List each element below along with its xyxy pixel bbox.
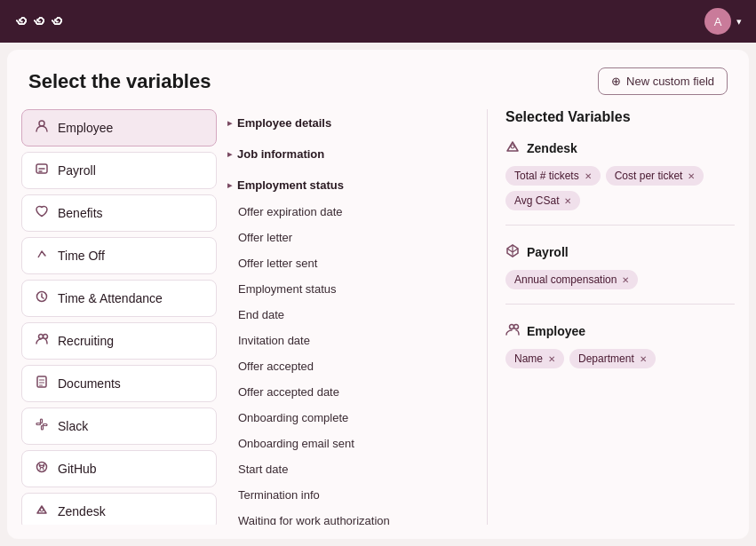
selected-variables-title: Selected Variables xyxy=(505,109,735,125)
middle-item[interactable]: Start date xyxy=(224,456,476,482)
svg-point-4 xyxy=(44,335,48,339)
sidebar-item-recruiting[interactable]: Recruiting xyxy=(21,322,217,360)
payroll-group-name: Payroll xyxy=(527,245,569,259)
svg-point-10 xyxy=(37,463,47,472)
sidebar-item-slack[interactable]: Slack xyxy=(21,408,217,445)
tag-label-avg-csat: Avg CSat xyxy=(514,194,559,207)
middle-item[interactable]: Employment status xyxy=(224,276,476,302)
sidebar-label-benefits: Benefits xyxy=(58,206,103,220)
remove-tag-department[interactable]: ✕ xyxy=(640,354,647,364)
bullet-icon: ▸ xyxy=(227,118,232,128)
zendesk-group-name: Zendesk xyxy=(527,141,577,155)
sidebar-item-documents[interactable]: Documents xyxy=(21,365,217,402)
middle-panel: ▸Employee details▸Job information▸Employ… xyxy=(224,109,488,525)
middle-item[interactable]: Offer letter xyxy=(224,225,476,250)
middle-item[interactable]: Offer letter sent xyxy=(224,250,476,276)
svg-rect-9 xyxy=(42,426,44,431)
svg-point-11 xyxy=(40,508,44,511)
topbar: ꩜꩜꩜ A ▾ xyxy=(0,0,756,43)
sidebar-item-time-attendance[interactable]: Time & Attendance xyxy=(21,280,217,317)
employee-group-icon xyxy=(505,322,520,340)
sidebar-label-payroll: Payroll xyxy=(58,163,96,178)
chevron-down-icon[interactable]: ▾ xyxy=(736,16,742,28)
sidebar-label-documents: Documents xyxy=(58,376,121,391)
sidebar-icon-zendesk xyxy=(35,502,49,520)
variable-tag-avg-csat: Avg CSat ✕ xyxy=(505,191,580,210)
middle-item[interactable]: Offer expiration date xyxy=(224,199,476,225)
sidebar-item-employee[interactable]: Employee xyxy=(21,109,217,146)
sidebar-item-time-off[interactable]: Time Off xyxy=(21,237,217,274)
tag-label-department: Department xyxy=(578,352,634,365)
sidebar-icon-recruiting xyxy=(35,332,49,350)
middle-item[interactable]: Termination info xyxy=(224,482,476,508)
bullet-icon: ▸ xyxy=(227,180,232,190)
variable-group-header-payroll: Payroll xyxy=(505,243,735,261)
zendesk-group-icon xyxy=(505,139,520,157)
main-area: Select the variables ⊕ New custom field … xyxy=(7,50,749,539)
variable-group-zendesk: Zendesk Total # tickets ✕ Cost per ticke… xyxy=(505,139,735,226)
section-label-job-information: Job information xyxy=(237,147,324,161)
middle-item[interactable]: Offer accepted xyxy=(224,353,476,379)
svg-point-0 xyxy=(39,121,44,126)
sidebar-icon-documents xyxy=(35,375,49,392)
sidebar-icon-payroll xyxy=(35,162,49,179)
variable-group-employee: Employee Name ✕ Department ✕ xyxy=(505,322,735,383)
middle-item[interactable]: End date xyxy=(224,302,476,328)
variable-tag-department: Department ✕ xyxy=(569,349,656,368)
middle-section-employment-status: ▸Employment statusOffer expiration dateO… xyxy=(224,171,476,525)
middle-section-header-employee-details[interactable]: ▸Employee details xyxy=(224,109,476,137)
middle-item[interactable]: Onboarding complete xyxy=(224,405,476,431)
sidebar-icon-benefits xyxy=(35,204,49,222)
section-label-employee-details: Employee details xyxy=(237,116,331,130)
topbar-right: A ▾ xyxy=(704,8,742,35)
middle-section-header-employment-status[interactable]: ▸Employment status xyxy=(224,171,476,199)
sidebar-label-employee: Employee xyxy=(58,121,113,135)
sidebar-label-github: GitHub xyxy=(58,462,97,476)
svg-rect-6 xyxy=(36,423,41,425)
variable-group-header-employee: Employee xyxy=(505,322,735,340)
sidebar-item-zendesk[interactable]: Zendesk xyxy=(21,493,217,525)
new-custom-field-label: New custom field xyxy=(626,75,714,88)
section-label-employment-status: Employment status xyxy=(237,178,344,192)
page-header: Select the variables ⊕ New custom field xyxy=(7,50,749,109)
sidebar-label-zendesk: Zendesk xyxy=(58,504,106,518)
sidebar-icon-employee xyxy=(35,119,49,137)
remove-tag-total-tickets[interactable]: ✕ xyxy=(585,171,592,181)
tag-label-name: Name xyxy=(514,352,543,365)
remove-tag-avg-csat[interactable]: ✕ xyxy=(564,196,571,206)
tag-label-total-tickets: Total # tickets xyxy=(514,170,579,182)
variable-tags-payroll: Annual compensation ✕ xyxy=(505,270,735,289)
employee-group-name: Employee xyxy=(527,324,585,338)
remove-tag-cost-per-ticket[interactable]: ✕ xyxy=(688,171,695,181)
middle-item[interactable]: Invitation date xyxy=(224,328,476,353)
middle-item[interactable]: Offer accepted date xyxy=(224,379,476,405)
svg-rect-7 xyxy=(44,424,48,426)
sidebar-label-time-attendance: Time & Attendance xyxy=(58,291,163,305)
svg-rect-8 xyxy=(41,419,43,423)
variable-tag-cost-per-ticket: Cost per ticket ✕ xyxy=(606,166,704,186)
sidebar-icon-github xyxy=(35,460,49,478)
middle-section-job-information: ▸Job information xyxy=(224,140,476,168)
remove-tag-name[interactable]: ✕ xyxy=(548,354,555,364)
svg-point-12 xyxy=(511,145,514,148)
sidebar-label-slack: Slack xyxy=(58,419,88,433)
sidebar-icon-time-off xyxy=(35,247,49,265)
page-title: Select the variables xyxy=(28,70,211,93)
sidebar-item-payroll[interactable]: Payroll xyxy=(21,152,217,189)
sidebar-icon-time-attendance xyxy=(35,289,49,307)
sidebar-label-time-off: Time Off xyxy=(58,249,105,263)
middle-section-employee-details: ▸Employee details xyxy=(224,109,476,137)
middle-item[interactable]: Waiting for work authorization xyxy=(224,508,476,525)
new-custom-field-button[interactable]: ⊕ New custom field xyxy=(598,67,728,95)
sidebar-label-recruiting: Recruiting xyxy=(58,334,114,348)
bullet-icon: ▸ xyxy=(227,149,232,159)
variable-tag-annual-compensation: Annual compensation ✕ xyxy=(505,270,638,289)
topbar-logo: ꩜꩜꩜ xyxy=(14,12,68,31)
middle-item[interactable]: Onboarding email sent xyxy=(224,431,476,456)
remove-tag-annual-compensation[interactable]: ✕ xyxy=(622,275,629,285)
sidebar-item-benefits[interactable]: Benefits xyxy=(21,194,217,232)
svg-point-14 xyxy=(514,325,519,329)
topbar-avatar[interactable]: A xyxy=(704,8,731,35)
middle-section-header-job-information[interactable]: ▸Job information xyxy=(224,140,476,168)
sidebar-item-github[interactable]: GitHub xyxy=(21,450,217,487)
